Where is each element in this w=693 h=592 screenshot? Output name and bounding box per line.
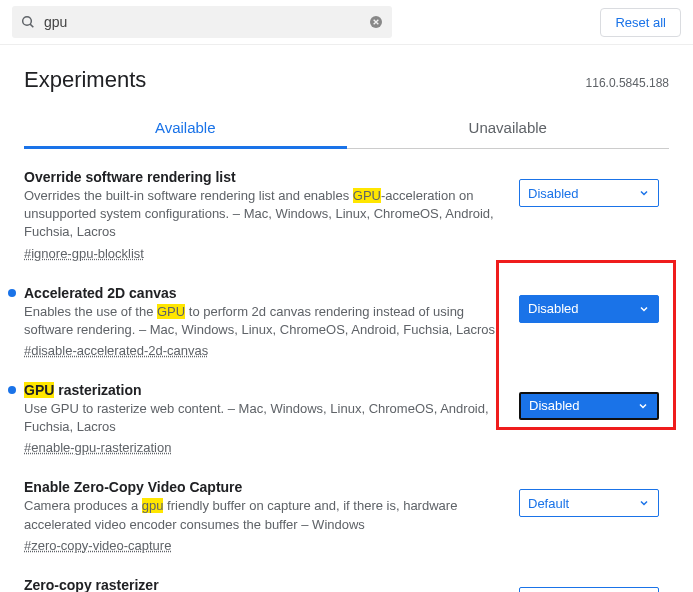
flag-select-wrap: Disabled [519,285,669,358]
search-bar: Reset all [0,0,693,45]
search-icon [20,14,36,30]
flag-content: Zero-copy rasterizerRaster threads write… [24,577,519,592]
flag-description: Camera produces a gpu friendly buffer on… [24,497,503,533]
flag-anchor-link[interactable]: #ignore-gpu-blocklist [24,246,503,261]
flag-title: GPU rasterization [24,382,503,398]
flag-title: Zero-copy rasterizer [24,577,503,592]
search-box[interactable] [12,6,392,38]
flag-select-value: Disabled [528,301,579,316]
flag-description: Use GPU to rasterize web content. – Mac,… [24,400,503,436]
svg-line-1 [30,24,33,27]
tab-available[interactable]: Available [24,109,347,149]
flag-content: Override software rendering listOverride… [24,169,519,261]
chevron-down-icon [638,187,650,199]
flag-description: Overrides the built-in software renderin… [24,187,503,242]
flag-title: Enable Zero-Copy Video Capture [24,479,503,495]
chevron-down-icon [638,303,650,315]
flag-row: Enable Zero-Copy Video CaptureCamera pro… [24,465,669,562]
flag-select-value: Disabled [529,398,580,413]
flag-anchor-link[interactable]: #enable-gpu-rasterization [24,440,503,455]
flag-content: GPU rasterizationUse GPU to rasterize we… [24,382,519,455]
search-input[interactable] [44,14,368,30]
flag-select[interactable]: Disabled [519,179,659,207]
page-title: Experiments [24,67,146,93]
clear-search-icon[interactable] [368,14,384,30]
flag-content: Accelerated 2D canvasEnables the use of … [24,285,519,358]
flag-select-value: Disabled [528,186,579,201]
flag-select-wrap: Disabled [519,169,669,261]
chevron-down-icon [638,497,650,509]
modified-dot-icon [8,386,16,394]
flag-select-wrap: Disabled [519,382,669,455]
flag-select-wrap: Default [519,479,669,552]
flag-select-value: Default [528,496,569,511]
flag-row: GPU rasterizationUse GPU to rasterize we… [24,368,669,465]
flag-content: Enable Zero-Copy Video CaptureCamera pro… [24,479,519,552]
flag-select[interactable]: Disabled [519,295,659,323]
flag-row: Override software rendering listOverride… [24,155,669,271]
flag-title: Override software rendering list [24,169,503,185]
flag-description: Enables the use of the GPU to perform 2d… [24,303,503,339]
reset-all-button[interactable]: Reset all [600,8,681,37]
flag-row: Zero-copy rasterizerRaster threads write… [24,563,669,592]
flag-select[interactable]: Default [519,587,659,592]
flag-select[interactable]: Default [519,489,659,517]
flag-select[interactable]: Disabled [519,392,659,420]
tab-unavailable[interactable]: Unavailable [347,109,670,148]
flag-anchor-link[interactable]: #disable-accelerated-2d-canvas [24,343,503,358]
flag-title: Accelerated 2D canvas [24,285,503,301]
tabs: Available Unavailable [24,109,669,149]
svg-point-0 [23,17,32,26]
modified-dot-icon [8,289,16,297]
chevron-down-icon [637,400,649,412]
flag-row: Accelerated 2D canvasEnables the use of … [24,271,669,368]
flag-anchor-link[interactable]: #zero-copy-video-capture [24,538,503,553]
flag-select-wrap: Default [519,577,669,592]
flags-list: Override software rendering listOverride… [24,155,669,592]
version-label: 116.0.5845.188 [586,76,669,90]
